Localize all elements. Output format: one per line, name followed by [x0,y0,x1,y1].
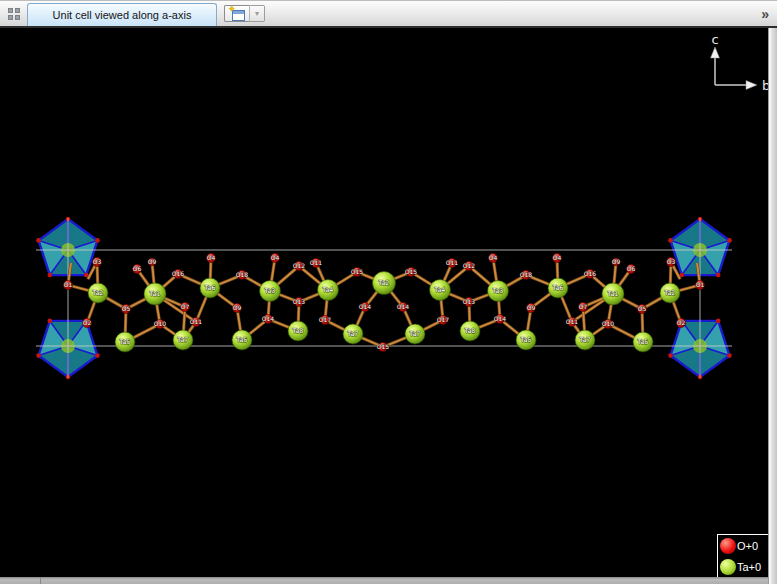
structure-canvas[interactable]: c b Ta2Ta1Ta6Ta3Ta4Ta2Ta4Ta3Ta6Ta1Ta2Ta5… [0,28,768,577]
atom-label: Ta2 [91,289,103,297]
atom-label: O14 [262,315,275,322]
right-scrollbar[interactable] [768,28,777,584]
legend-label-ta: Ta+0 [737,561,761,573]
legend-row-o: O+0 [718,535,770,556]
atom-label: O16 [172,270,185,277]
atom-label: Ta2 [663,289,675,297]
octahedron-vertex-atom [95,353,100,358]
window-grid-icon[interactable] [0,1,27,26]
atom-label: Ta3 [263,287,275,295]
atom-label: Ta4 [433,286,445,294]
atom-label: O1 [696,281,705,288]
atom-label: O6 [627,265,636,272]
atom-label: Ta7 [578,336,590,344]
octahedron-vertex-atom [95,238,100,243]
atom-label: O17 [319,316,332,323]
new-view-button[interactable] [224,5,250,22]
octahedron-vertex-atom [668,353,673,358]
new-view-button-group: ▾ [224,5,265,22]
atom-label: O4 [489,254,498,261]
atom-label: Ta2 [377,279,389,287]
atom-label: O6 [133,265,142,272]
atom-label: Ta3 [491,287,503,295]
atom-label: O4 [271,254,280,261]
atom-label: Ta7 [408,330,420,338]
atom-label: Ta1 [606,290,618,298]
tab-label: Unit cell viewed along a-axis [53,9,192,21]
atom-label: O11 [190,318,203,325]
atom-label: O9 [233,304,242,311]
atom-label: O3 [93,258,102,265]
octahedron-vertex-atom [727,353,732,358]
atom-label: O15 [351,268,364,275]
atom-label: Ta5 [235,336,247,344]
octahedron-vertex-atom [47,273,52,278]
legend-row-ta: Ta+0 [718,556,770,577]
axis-c-label: c [711,32,718,47]
atom-label: O14 [359,303,372,310]
atom-label: O2 [83,319,92,326]
bottom-scrollbar[interactable] [0,577,768,584]
new-window-icon [232,10,245,21]
atom-label: O13 [293,298,306,305]
atom-label: Ta5 [118,338,130,346]
axis-c-arrowhead [711,47,720,58]
atom-label: O2 [677,319,686,326]
atom-label: O18 [236,271,249,278]
octahedron-vertex-atom [36,353,41,358]
octahedron-vertex-atom [716,273,721,278]
render-viewport[interactable]: c b Ta2Ta1Ta6Ta3Ta4Ta2Ta4Ta3Ta6Ta1Ta2Ta5… [0,28,768,577]
new-view-dropdown-button[interactable]: ▾ [250,5,265,22]
atom-label: Ta6 [203,284,215,292]
tab-unit-cell-view[interactable]: Unit cell viewed along a-axis [27,3,217,26]
octahedron-vertex-atom [36,238,41,243]
atom-label: O7 [181,303,190,310]
atom-label: O14 [494,315,507,322]
atom-label: O17 [437,316,450,323]
atom-label: O5 [638,305,647,312]
atom-label: O5 [122,305,131,312]
atom-label: O3 [667,258,676,265]
atom-label: O11 [446,259,459,266]
atom-label: Ta1 [148,290,160,298]
application-window: Unit cell viewed along a-axis ▾ » [0,0,777,584]
atom-label: O14 [397,303,410,310]
atom-label: O15 [405,268,418,275]
tab-overflow-button[interactable]: » [761,7,769,21]
atom-label: O4 [207,254,216,261]
axis-indicator: c b [711,32,769,93]
atom-label: O9 [148,258,157,265]
atom-label: O7 [579,303,588,310]
atom-label: O1 [64,281,73,288]
atom-label: Ta8 [463,327,475,335]
legend-swatch-o-sphere [720,538,736,554]
tab-bar: Unit cell viewed along a-axis ▾ » [0,0,777,28]
atom-label: O10 [602,320,615,327]
axis-b-arrowhead [746,81,757,90]
atom-label: O18 [520,271,533,278]
atom-label: O16 [584,270,597,277]
atom-label: Ta5 [636,338,648,346]
octahedron-vertex-atom [668,238,673,243]
legend-swatch-ta-sphere [720,559,736,575]
atom-label: Ta4 [321,286,333,294]
atom-label: Ta8 [291,327,303,335]
atom-label: Ta5 [519,336,531,344]
atom-label: O9 [612,258,621,265]
atom-label: O10 [154,320,167,327]
atom-label: O4 [553,254,562,261]
atom-label: O12 [293,262,306,269]
atom-label: O12 [463,262,476,269]
atom-label: O11 [310,259,323,266]
atom-label: Ta6 [551,284,563,292]
octahedron-vertex-atom [716,319,721,324]
atom-label: O11 [566,318,579,325]
atom-label: O9 [527,304,536,311]
octahedron-vertex-atom [727,238,732,243]
atom-label: O15 [377,343,390,350]
legend-label-o: O+0 [737,540,758,552]
atom-label: Ta7 [176,336,188,344]
grid-icon-glyph [8,8,20,20]
legend: O+0 Ta+0 [717,534,771,578]
octahedron-vertex-atom [47,319,52,324]
